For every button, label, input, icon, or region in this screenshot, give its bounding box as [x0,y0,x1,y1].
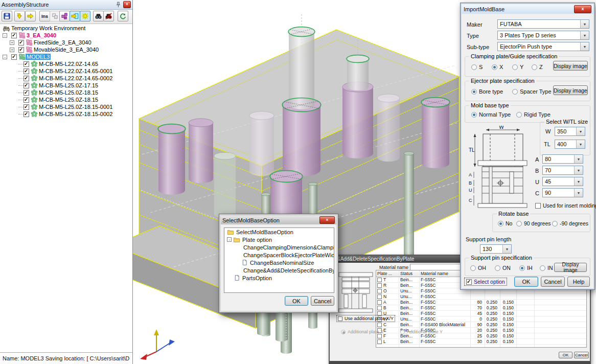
plate-table-row[interactable]: LBein...F-S55C300.2500.150 [376,339,586,345]
visibility-checkbox[interactable] [24,104,29,110]
spec-oh-radio[interactable]: OH [470,265,486,271]
row-checkbox[interactable] [377,306,382,310]
tree-row-part[interactable]: M-CB-M5-L22.0Z-14.65 [0,60,132,67]
row-checkbox[interactable] [377,283,382,288]
insert-sibling-button[interactable] [25,11,36,21]
ejector-radio-spacer[interactable]: Spacer Type [512,88,552,95]
plate-table-row[interactable]: NUnu...F-S50C [376,294,586,300]
radio-circle[interactable] [400,330,405,334]
ejector-radio-bore[interactable]: Bore type [471,88,503,95]
chevron-down-icon[interactable]: ▼ [576,127,585,135]
collapse-expander[interactable]: - [227,237,232,242]
maker-combo[interactable]: FUTABA▼ [497,19,589,29]
row-checkbox[interactable] [377,278,382,282]
checkbox-box[interactable] [338,316,342,321]
rigid-type-radio[interactable]: Rigid Type [516,111,551,118]
w-combo[interactable]: 350▼ [555,127,585,136]
tree-row-part[interactable]: M-CB-M5-L25.0Z-18.15-0001 [0,103,132,110]
save-button[interactable] [2,11,12,21]
chevron-down-icon[interactable]: ▼ [574,189,583,197]
clamping-radio-s[interactable]: S [471,64,483,70]
normal-type-radio[interactable]: Normal Type [471,111,511,118]
chevron-down-icon[interactable]: ▼ [574,155,583,163]
visibility-checkbox[interactable] [11,54,17,60]
visibility-checkbox[interactable] [24,111,29,117]
visibility-checkbox[interactable] [24,97,29,103]
visibility-checkbox[interactable] [24,83,29,88]
subtype-combo[interactable]: EjectorPin Push type▼ [497,42,589,51]
dim-a-combo[interactable]: 80▼ [542,154,583,164]
chevron-down-icon[interactable]: ▼ [574,166,583,174]
option-tree-item[interactable]: ChangeSpacerBlockEjectorPlateWidthDimens… [224,251,334,259]
clamping-radio-z[interactable]: Z [532,64,543,70]
visibility-checkbox[interactable] [18,47,24,53]
import-cancel-button[interactable]: Cancel [541,277,565,287]
row-checkbox[interactable] [377,289,382,293]
dim-u-combo[interactable]: 45▼ [542,177,583,186]
chevron-down-icon[interactable]: ▼ [580,42,589,51]
import-help-button[interactable]: Help [567,277,590,287]
option-dialog-close-button[interactable]: x [319,216,335,224]
radio-circle[interactable] [341,330,346,334]
spec-ih-radio[interactable]: IH [519,265,533,271]
plate-table-row[interactable]: CBein...F-SS400 BlockMaterial900.2500.15… [376,322,586,328]
plate-table-row[interactable]: BBein...F-S55C700.2500.150 [376,305,586,311]
tree-row-model3[interactable]: - MODEL3 [0,53,132,60]
dim-b-combo[interactable]: 70▼ [542,166,583,175]
import-dialog-close-button[interactable]: x [574,5,591,13]
expand-expander[interactable]: + [10,40,14,45]
option-dialog-ok-button[interactable]: OK [285,296,308,306]
option-dialog-titlebar[interactable]: SelectMoldBaseOption x [221,216,336,224]
import-dialog-titlebar[interactable]: ImportMoldBase x [462,4,593,14]
visibility-checkbox[interactable] [11,33,17,38]
select-option-checkbox[interactable]: Select option [465,278,507,285]
additional-plate-x-radio[interactable]: Additional plate X [341,329,383,334]
tree-row-fixed-side[interactable]: + FixedSide_3_EA_3040 [0,39,132,46]
pin-icon[interactable] [114,1,122,8]
highlight-part-button[interactable] [80,11,90,21]
tree-row-part[interactable]: M-CB-M5-L22.0Z-14.65-0002 [0,75,132,82]
tree-row-part[interactable]: M-CB-M5-L25.0Z-18.15-0002 [0,110,132,118]
option-tree-item[interactable]: ChangeBaseNominalSize [224,259,334,266]
type-combo[interactable]: 3 Plates Type D series▼ [497,31,589,40]
option-tree-leaf[interactable]: PartsOption [224,274,334,282]
chevron-down-icon[interactable]: ▼ [580,20,589,28]
column-header-status[interactable]: Status [399,270,420,277]
option-tree-folder[interactable]: - Plate option [224,236,334,243]
tree-row-assembly[interactable]: - 3_EA_3040 [0,32,132,39]
row-checkbox[interactable] [377,339,382,344]
row-checkbox[interactable] [377,294,382,299]
plate-table-row[interactable]: ABein...F-S55C800.2500.150 [376,300,586,305]
option-dialog-cancel-button[interactable]: Cancel [311,296,334,306]
spec-on-radio[interactable]: ON [495,265,511,271]
clamping-radio-x[interactable]: X [492,64,503,70]
option-tree-root[interactable]: SelectMoldBaseOption [224,228,334,236]
visibility-checkbox[interactable] [24,69,29,74]
collapse-expander[interactable]: - [3,33,7,38]
option-tree-item[interactable]: Change&Add&DeleteSpecificationByPlate [224,266,334,274]
dim-c-combo[interactable]: 90▼ [542,188,583,197]
import-part-button[interactable] [70,11,80,21]
tree-row-movable-side[interactable]: + MovableSide_3_EA_3040 [0,46,132,53]
rotate-90-radio[interactable]: 90 degrees [516,220,551,226]
plate-dialog-cancel-button[interactable]: Cancel [574,352,589,358]
tree-row-part[interactable]: M-CB-M5-L22.0Z-14.65-0001 [0,67,132,75]
rotate-no-radio[interactable]: No [498,220,512,226]
row-checkbox[interactable] [377,300,382,305]
option-tree-item[interactable]: ChangeClampingDimension&ClampingMethod [224,243,334,251]
clamping-radio-y[interactable]: Y [512,64,523,70]
column-header-plate[interactable]: Plate ... [376,270,399,277]
copy-structure-button[interactable] [59,11,70,21]
plate-table-row[interactable]: WUnu...F-S50C00.2500.150 [376,316,586,322]
find-exclude-button[interactable] [103,11,114,21]
tree-row-part[interactable]: M-CB-M5-L25.0Z-18.15 [0,96,132,103]
spec-display-image-button[interactable]: Display image [554,263,587,272]
tree-row-part[interactable]: M-CB-M5-L25.0Z-17.15 [0,82,132,89]
tree-row-part[interactable]: M-CB-M5-L25.0Z-18.15 [0,89,132,96]
chevron-down-icon[interactable]: ▼ [576,140,585,148]
tree-root-row[interactable]: Temporary Work Environment [0,25,132,32]
visibility-checkbox[interactable] [18,40,24,46]
visibility-checkbox[interactable] [24,90,29,96]
rotate-neg90-radio[interactable]: -90 degrees [552,220,588,226]
row-checkbox[interactable] [377,323,382,327]
